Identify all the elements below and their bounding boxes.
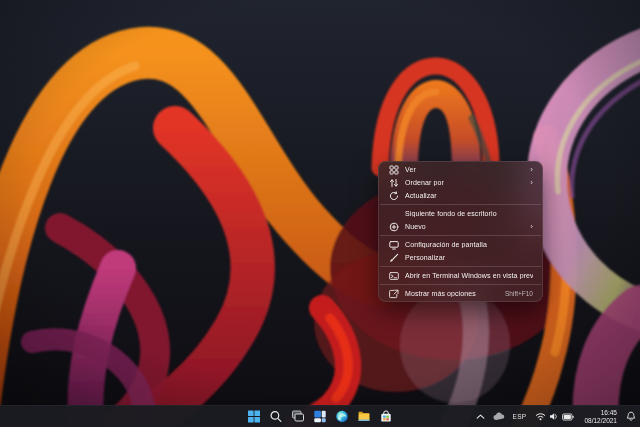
- onedrive-cloud-icon: [493, 412, 505, 421]
- menu-item-label: Siguiente fondo de escritorio: [405, 210, 533, 217]
- widgets-button[interactable]: [312, 408, 329, 425]
- menu-separator: [380, 235, 541, 236]
- menu-item-nuevo[interactable]: Nuevo ›: [381, 220, 540, 233]
- widgets-icon: [314, 410, 327, 423]
- menu-item-personalizar[interactable]: Personalizar: [381, 251, 540, 264]
- chevron-right-icon: ›: [525, 223, 533, 231]
- new-plus-icon: [389, 222, 399, 232]
- search-icon: [270, 410, 283, 423]
- desktop-screen: Ver › Ordenar por › Actualizar Siguien: [0, 0, 640, 427]
- search-button[interactable]: [268, 408, 285, 425]
- taskbar: ESP 16:45: [0, 405, 640, 427]
- clock-time: 16:45: [601, 409, 617, 417]
- menu-item-label: Actualizar: [405, 192, 533, 199]
- notification-bell-icon: [626, 411, 636, 422]
- store-bag-icon: [380, 410, 393, 423]
- chevron-right-icon: ›: [525, 166, 533, 174]
- windows-logo-icon: [248, 410, 261, 423]
- volume-icon: [549, 412, 559, 421]
- no-icon: [389, 209, 399, 219]
- clock[interactable]: 16:45 08/12/2021: [581, 409, 620, 424]
- task-view-icon: [292, 410, 305, 423]
- menu-item-abrir-terminal[interactable]: Abrir en Terminal Windows en vista previ…: [381, 269, 540, 282]
- menu-item-label: Configuración de pantalla: [405, 241, 533, 248]
- menu-item-siguiente-fondo[interactable]: Siguiente fondo de escritorio: [381, 207, 540, 220]
- menu-separator: [380, 204, 541, 205]
- sort-icon: [389, 178, 399, 188]
- view-grid-icon: [389, 165, 399, 175]
- menu-item-label: Ver: [405, 166, 525, 173]
- menu-item-mostrar-mas-opciones[interactable]: Mostrar más opciones Shift+F10: [381, 287, 540, 300]
- refresh-icon: [389, 191, 399, 201]
- chevron-up-icon: [476, 413, 485, 421]
- display-icon: [389, 240, 399, 250]
- language-indicator[interactable]: ESP: [511, 409, 529, 425]
- edge-browser-icon: [336, 410, 349, 423]
- battery-icon: [562, 413, 574, 421]
- store-button[interactable]: [378, 408, 395, 425]
- notification-center-button[interactable]: [624, 409, 638, 425]
- onedrive-button[interactable]: [491, 409, 507, 425]
- terminal-icon: [389, 271, 399, 281]
- menu-item-ver[interactable]: Ver ›: [381, 163, 540, 176]
- menu-item-label: Personalizar: [405, 254, 533, 261]
- menu-item-label: Nuevo: [405, 223, 525, 230]
- menu-item-shortcut: Shift+F10: [505, 290, 533, 297]
- start-button[interactable]: [246, 408, 263, 425]
- taskbar-center-buttons: [246, 406, 395, 427]
- menu-item-label: Ordenar por: [405, 179, 525, 186]
- menu-item-actualizar[interactable]: Actualizar: [381, 189, 540, 202]
- chevron-right-icon: ›: [525, 179, 533, 187]
- wifi-icon: [535, 412, 546, 421]
- menu-separator: [380, 266, 541, 267]
- edge-browser-button[interactable]: [334, 408, 351, 425]
- personalize-brush-icon: [389, 253, 399, 263]
- menu-item-label: Abrir en Terminal Windows en vista previ…: [405, 272, 533, 279]
- menu-item-label: Mostrar más opciones: [405, 290, 499, 297]
- quick-settings-button[interactable]: [532, 409, 577, 425]
- desktop-wallpaper[interactable]: [0, 0, 640, 427]
- taskbar-system-tray: ESP 16:45: [474, 406, 638, 427]
- folder-icon: [358, 410, 371, 423]
- menu-item-configuracion-pantalla[interactable]: Configuración de pantalla: [381, 238, 540, 251]
- more-options-icon: [389, 289, 399, 299]
- task-view-button[interactable]: [290, 408, 307, 425]
- menu-separator: [380, 284, 541, 285]
- file-explorer-button[interactable]: [356, 408, 373, 425]
- clock-date: 08/12/2021: [584, 417, 617, 425]
- desktop-context-menu: Ver › Ordenar por › Actualizar Siguien: [378, 161, 543, 302]
- tray-overflow-button[interactable]: [474, 409, 487, 425]
- bloom-wallpaper-art: [0, 0, 640, 427]
- menu-item-ordenar-por[interactable]: Ordenar por ›: [381, 176, 540, 189]
